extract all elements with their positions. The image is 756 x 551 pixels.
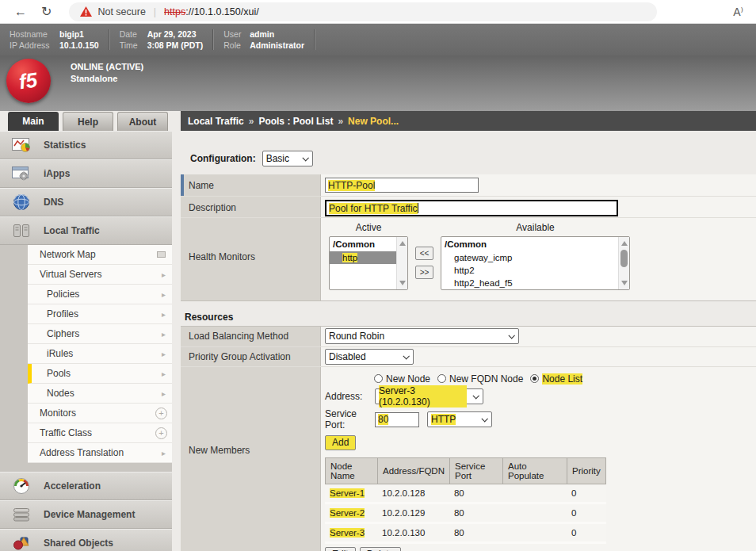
service-port-value: 80 — [378, 414, 388, 425]
delete-button[interactable]: Delete — [360, 547, 402, 551]
address-bar[interactable]: Not secure | https://10.1.0.150/xui/ — [69, 2, 657, 21]
available-monitor-item[interactable]: http2_head_f5 — [441, 277, 618, 289]
breadcrumb-local-traffic[interactable]: Local Traffic — [188, 116, 244, 127]
url-scheme: https — [164, 6, 185, 17]
sidebar-item-profiles[interactable]: Profiles — [28, 304, 172, 324]
sidebar-item-nodes[interactable]: Nodes — [28, 384, 172, 404]
sidebar-item-device-management[interactable]: Device Management — [0, 500, 172, 529]
sidebar-item-acceleration[interactable]: Acceleration — [0, 472, 172, 500]
refresh-icon[interactable] — [41, 6, 52, 18]
move-to-available-button[interactable]: >> — [415, 266, 433, 279]
chevron-down-icon — [508, 332, 514, 339]
sidebar-item-local-traffic[interactable]: Local Traffic — [0, 216, 172, 245]
radio-new-node[interactable] — [374, 374, 383, 383]
breadcrumb-pool-list[interactable]: Pools : Pool List — [258, 116, 333, 127]
tab-about[interactable]: About — [117, 112, 168, 131]
chevron-right-icon — [162, 369, 166, 378]
radio-new-fqdn-node[interactable] — [437, 374, 446, 383]
device-info-bar: Hostnamebigip1 IP Address10.1.0.150 Date… — [0, 24, 756, 55]
radio-node-list[interactable] — [530, 374, 539, 383]
plus-circle-icon[interactable] — [155, 408, 167, 419]
load-balancing-select[interactable]: Round Robin — [325, 328, 519, 344]
ip-label: IP Address — [10, 40, 54, 50]
submenu-label: Nodes — [47, 388, 74, 399]
read-aloud-icon[interactable]: A⁾ — [733, 6, 743, 18]
member-row[interactable]: Server-3 10.2.0.130 80 0 — [325, 524, 606, 544]
load-balancing-label: Load Balancing Method — [181, 327, 321, 346]
scroll-thumb[interactable] — [620, 250, 628, 267]
member-row[interactable]: Server-1 10.2.0.128 80 0 — [325, 484, 606, 504]
tab-main[interactable]: Main — [8, 112, 59, 131]
sidebar-item-dns[interactable]: DNS — [0, 188, 172, 216]
description-input[interactable]: Pool for HTTP Traffic — [325, 200, 618, 216]
not-secure-label[interactable]: Not secure — [97, 6, 145, 17]
active-scrollbar[interactable] — [396, 237, 407, 289]
sidebar-item-ciphers[interactable]: Ciphers — [28, 324, 172, 344]
sidebar-item-label: Device Management — [44, 509, 135, 520]
f5-logo-text: f5 — [17, 67, 39, 94]
sidebar-item-address-translation[interactable]: Address Translation — [28, 443, 172, 463]
sidebar-item-virtual-servers[interactable]: Virtual Servers — [28, 265, 172, 285]
priority-group-label: Priority Group Activation — [181, 347, 321, 366]
tab-help[interactable]: Help — [63, 112, 113, 131]
name-label: Name — [181, 174, 321, 196]
chevron-right-icon — [162, 310, 166, 319]
submenu-label: Traffic Class — [40, 427, 92, 438]
sidebar-item-traffic-class[interactable]: Traffic Class — [28, 423, 172, 443]
priority-group-value: Disabled — [329, 351, 366, 362]
plus-circle-icon[interactable] — [155, 427, 167, 439]
main-content: Configuration: Basic Name HTTP-Pool Desc… — [172, 131, 756, 551]
host-info-group: Hostnamebigip1 IP Address10.1.0.150 — [0, 29, 109, 50]
back-icon[interactable] — [14, 6, 27, 18]
sidebar-item-iapps[interactable]: iApps — [0, 159, 172, 188]
sidebar-item-network-map[interactable]: Network Map — [28, 245, 172, 265]
sidebar-item-monitors[interactable]: Monitors — [28, 404, 172, 423]
active-monitors-listbox[interactable]: /Common http — [329, 236, 408, 290]
sidebar-item-statistics[interactable]: Statistics — [0, 131, 172, 159]
sidebar-item-irules[interactable]: iRules — [28, 344, 172, 364]
chevron-down-icon — [302, 155, 308, 161]
user-value[interactable]: admin — [250, 29, 274, 39]
member-row[interactable]: Server-2 10.2.0.129 80 0 — [325, 504, 606, 524]
sidebar-item-shared-objects[interactable]: Shared Objects — [0, 529, 172, 551]
hostname-value[interactable]: bigip1 — [59, 29, 84, 39]
online-status: ONLINE (ACTIVE) — [71, 62, 143, 71]
scroll-up-icon[interactable] — [399, 241, 406, 246]
f5-logo[interactable]: f5 — [6, 59, 51, 103]
available-monitors-listbox[interactable]: /Common gateway_icmp http2 http2_head_f5… — [441, 236, 630, 290]
scroll-down-icon[interactable] — [399, 281, 406, 285]
configuration-select[interactable]: Basic — [262, 151, 313, 166]
sidebar-item-policies[interactable]: Policies — [28, 285, 172, 304]
sidebar-item-label: Acceleration — [44, 480, 101, 492]
warning-triangle-icon — [80, 6, 92, 17]
col-address-fqdn: Address/FQDN — [377, 457, 449, 484]
submenu-label: Ciphers — [47, 328, 79, 339]
time-value: 3:08 PM (PDT) — [147, 40, 204, 50]
radio-new-fqdn-node-label: New FQDN Node — [449, 373, 523, 385]
priority-group-select[interactable]: Disabled — [325, 349, 414, 365]
sidebar: Statistics iApps DNS Local Traffic Netwo… — [0, 131, 172, 551]
sidebar-item-pools[interactable]: Pools — [28, 364, 172, 384]
scroll-up-icon[interactable] — [621, 241, 628, 246]
submenu-label: Profiles — [47, 308, 78, 320]
address-bar-divider: | — [154, 6, 156, 17]
url-text[interactable]: https://10.1.0.150/xui/ — [164, 6, 259, 17]
submenu-label: Monitors — [40, 408, 76, 419]
scroll-down-icon[interactable] — [621, 281, 628, 285]
description-value: Pool for HTTP Traffic — [329, 203, 418, 214]
submenu-label: iRules — [47, 348, 73, 359]
active-monitor-item[interactable]: http — [330, 251, 396, 264]
service-name-select[interactable]: HTTP — [427, 411, 492, 427]
name-input[interactable]: HTTP-Pool — [325, 178, 479, 193]
address-select[interactable]: Server-3 (10.2.0.130) — [375, 388, 483, 404]
edit-button[interactable]: Edit — [325, 547, 356, 551]
add-button[interactable]: Add — [325, 435, 356, 450]
available-scrollbar[interactable] — [618, 237, 629, 289]
service-port-input[interactable]: 80 — [375, 412, 419, 427]
sidebar-bottom-group: Acceleration Device Management Shared Ob… — [0, 472, 172, 551]
breadcrumb-separator: » — [338, 116, 343, 127]
available-monitor-item[interactable]: gateway_icmp — [441, 251, 618, 264]
move-to-active-button[interactable]: << — [415, 247, 433, 260]
available-monitor-item[interactable]: http2 — [441, 264, 618, 277]
configuration-value: Basic — [266, 153, 289, 164]
